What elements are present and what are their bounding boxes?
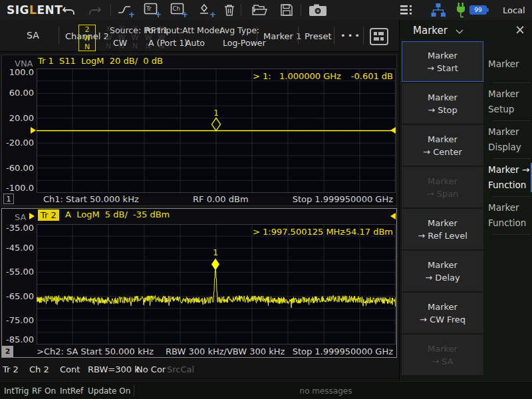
ribbon-field-value[interactable]: CW [113,38,127,48]
local-mode-label[interactable]: Local [503,5,525,15]
y-tick-label: -75.00 [4,315,34,325]
ribbon-field-label: Att Mode: [182,25,222,35]
vna-ref-level-marker-left [31,127,36,134]
panel-tab-marker-function[interactable]: Marker → Function [488,159,532,196]
more-options-button[interactable]: ••• [340,31,362,41]
panel-close-button[interactable]: × [513,22,527,37]
delete-trash-icon[interactable] [222,3,237,17]
sa-ref-level-marker-left [29,213,35,219]
top-toolbar: SIGLENT + Tr + Ch + + [0,0,532,20]
tab-separator [493,234,531,235]
ribbon-divider [363,27,364,45]
panel-title[interactable]: Marker [413,25,448,37]
save-file-icon[interactable] [279,3,294,17]
ribbon-divider [59,27,59,45]
sa-trace-header[interactable]: A LogM 5 dB/ -35 dBm [65,209,170,219]
marker-to-delay-button[interactable]: Marker→ Delay [402,251,483,291]
bottom-status-bar: IntTrigRF OnIntRefUpdate On no messages [0,381,532,399]
vna-trace-header[interactable]: Tr 1 S11 LogM 20 dB/ 0 dB [38,56,163,66]
toolbar-divider [110,4,111,16]
bottom-status-item: Update On [88,386,130,396]
y-tick-label: -20.00 [4,138,34,148]
open-file-icon[interactable] [251,3,269,17]
y-tick-label: -55.00 [4,267,34,277]
instrument-screen: SIGLENT + Tr + Ch + + [0,0,532,399]
sa-mode-button[interactable]: SA [27,30,39,41]
add-trace-window-icon[interactable]: Tr + [144,3,161,18]
ribbon-divider [257,27,257,45]
undo-icon[interactable] [61,3,77,17]
status-item: RBW=300 k [88,364,140,374]
panel-tab-marker-setup[interactable]: Marker Setup [488,83,532,120]
bottom-status-item: IntRef [60,386,83,396]
sa-window-label: SA [15,212,26,222]
preset-button[interactable]: Preset [305,31,332,41]
sa-plot[interactable]: 1 [37,224,396,344]
ribbon-divider [334,27,334,45]
bottom-bar-divider [134,385,134,396]
network-lan-icon[interactable] [431,3,446,17]
marker-to-sa-button: Marker→ SA [402,334,483,375]
y-tick-label: 60.00 [4,88,34,98]
vna-plot[interactable]: 1 [37,68,396,193]
toolbar-divider [241,4,241,16]
ribbon-bar: SA Channel 2 XWNXWNXWNXWNXWN 2WN Source:… [0,20,399,52]
marker-to-center-button[interactable]: Marker→ Center [402,125,483,166]
marker-to-start-button[interactable]: Marker→ Start [402,41,483,82]
sa-trace-badge[interactable]: Tr 2 [38,209,59,221]
marker-to-stop-button[interactable]: Marker→ Stop [402,83,483,124]
marker-to-span-button: Marker→ Span [402,167,483,207]
ribbon-divider [298,27,299,45]
ribbon-field-value[interactable]: A (Port 1) [148,38,188,48]
battery-indicator: 99 [469,5,487,15]
status-item: Tr 2 [3,364,19,374]
vna-marker-value: -0.601 dB [306,71,393,81]
status-item: SrcCal [167,364,194,374]
menu-list-icon[interactable] [400,5,415,15]
screenshot-camera-icon[interactable] [309,3,327,17]
window-layout-button[interactable] [370,28,388,45]
ribbon-field-label: RF Input: [145,25,182,35]
message-area: no messages [300,386,352,396]
panel-tab-marker-display[interactable]: Marker Display [488,121,532,158]
vna-stop-freq: Stop 1.999950000 GHz [293,194,393,204]
panel-tab-marker-function[interactable]: Marker Function [488,197,532,234]
vna-channel-badge[interactable]: 1 [3,194,14,204]
marker-to-cw-freq-button[interactable]: Marker→ CW Freq [402,293,483,333]
add-channel-window-icon[interactable]: Ch + [170,3,188,18]
ribbon-field-value[interactable]: Log-Power [223,38,266,48]
add-trace-icon[interactable]: + [117,3,134,18]
vna-start-freq: Ch1: Start 50.000 kHz [43,194,139,204]
toolbar-divider [53,4,54,16]
add-marker-icon[interactable]: + [198,3,215,18]
sa-start-freq: >Ch2: SA Start 50.000 kHz [37,346,154,356]
chevron-down-icon[interactable] [456,29,464,35]
sa-channel-badge[interactable]: 2 [2,346,13,357]
vna-ref-level-marker-right [390,127,396,134]
y-tick-label: -35.00 [4,223,34,233]
y-tick-label: -65.00 [4,291,34,301]
sa-rbw-vbw: RBW 300 kHz/VBW 300 kHz [166,346,285,356]
toolbar-divider [301,4,301,16]
svg-text:+: + [128,10,134,18]
power-plug-icon[interactable] [455,2,467,18]
bottom-status-item: RF On [32,386,56,396]
ribbon-field-value[interactable]: Auto [186,38,205,48]
y-tick-label: -45.00 [4,243,34,253]
svg-text:+: + [209,10,215,18]
marker-button[interactable]: Marker 1 [263,31,301,41]
bottom-status-item: IntTrig [4,386,29,396]
status-item: No Cor [136,364,166,374]
svg-text:+: + [182,10,188,18]
y-tick-label: -60.00 [4,163,34,173]
redo-icon[interactable] [86,3,102,17]
y-tick-label: -100.0 [4,183,34,193]
svg-text:Tr: Tr [146,5,152,12]
sa-ref-level-marker-right [390,213,396,219]
siglent-logo: SIGLENT [7,3,63,17]
marker-to-ref-level-button[interactable]: Marker→ Ref Level [402,209,483,249]
active-channel-stack[interactable]: 2WN [78,25,96,51]
panel-tab-marker[interactable]: Marker [488,45,532,82]
marker-menu-panel: Marker × Marker→ StartMarker→ StopMarker… [399,20,532,381]
y-tick-label: 100.0 [4,67,34,77]
